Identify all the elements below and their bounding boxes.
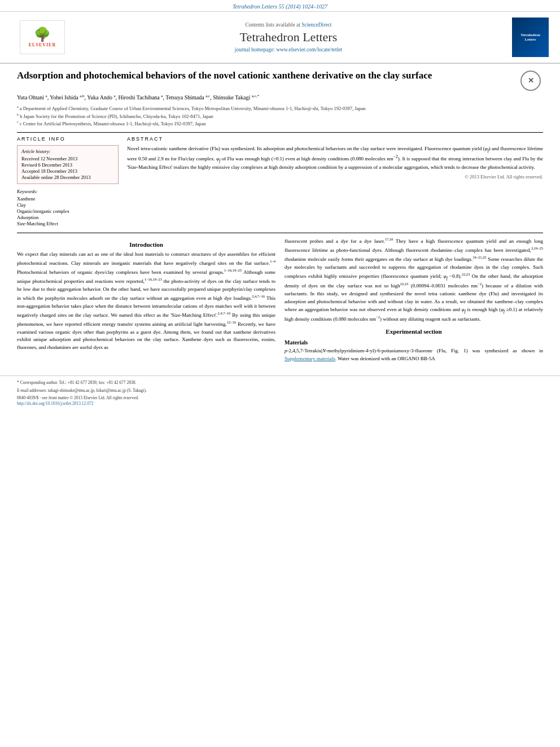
copyright-line: © 2013 Elsevier Ltd. All rights reserved… [127, 174, 543, 180]
keyword-1: Xanthene [17, 196, 119, 202]
page-footer: * Corresponding author. Tel.: +81 42 677… [0, 375, 560, 411]
materials-heading: Materials [285, 339, 543, 346]
science-direct-prefix: Contents lists available at [245, 22, 300, 28]
body-col-left: Introduction We expect that clay mineral… [17, 237, 275, 365]
abstract-col: ABSTRACT Novel tetra-cationic xanthene d… [127, 136, 543, 227]
crossmark[interactable]: ✕ [520, 71, 543, 93]
author-takagi: Shinsuke Takagi [213, 94, 250, 101]
online-date: Available online 28 December 2013 [21, 174, 114, 180]
top-bar: Tetrahedron Letters 55 (2014) 1024–1027 [0, 0, 560, 12]
authors-line: Yuta Ohtani a, Yohei Ishida a,b, Yuka An… [17, 93, 543, 102]
author-shimada: Tetsuya Shimada [165, 94, 204, 101]
abstract-text: Novel tetra-cationic xanthene derivative… [127, 145, 543, 172]
doi-link[interactable]: http://dx.doi.org/10.1016/j.tetlet.2013.… [17, 401, 93, 406]
received-date: Received 12 November 2013 [21, 156, 114, 161]
revised-date: Revised 6 December 2013 [21, 162, 114, 168]
keyword-3: Organic/inorganic complex [17, 208, 119, 214]
intro-heading: Introduction [17, 241, 275, 248]
footer-issn: 0040-4039/$ - see front matter © 2013 El… [17, 395, 139, 400]
affiliation-b: b b Japan Society for the Promotion of S… [17, 112, 543, 120]
abstract-header: ABSTRACT [127, 136, 543, 142]
journal-logo-area: TetrahedronLetters [504, 18, 549, 57]
crossmark-icon[interactable]: ✕ [520, 71, 541, 91]
journal-logo-title: TetrahedronLetters [520, 33, 540, 42]
footer-corresponding: * Corresponding author. Tel.: +81 42 677… [17, 379, 543, 386]
keyword-4: Adsorption [17, 215, 119, 220]
journal-homepage: journal homepage: www.elsevier.com/locat… [73, 47, 504, 53]
journal-title: Tetrahedron Letters [73, 30, 504, 45]
science-direct-link[interactable]: ScienceDirect [301, 22, 331, 28]
footer-email: E-mail addresses: takagi-shinsuke@tmu.ac… [17, 387, 543, 394]
divider-2 [17, 233, 543, 233]
author-ando: Yuka Ando [87, 94, 112, 101]
journal-header-center: Contents lists available at ScienceDirec… [73, 22, 504, 53]
article-history-box: Article history: Received 12 November 20… [17, 145, 119, 184]
elsevier-logo-area: 🌳 ELSEVIER [11, 20, 73, 54]
title-row: Adsorption and photochemical behaviors o… [17, 69, 543, 93]
footer-doi: http://dx.doi.org/10.1016/j.tetlet.2013.… [17, 400, 543, 407]
page-container: Tetrahedron Letters 55 (2014) 1024–1027 … [0, 0, 560, 747]
elsevier-label: ELSEVIER [29, 42, 56, 47]
keyword-2: Clay [17, 202, 119, 208]
intro-paragraph-2: fluorescent probes and a dye for a dye l… [285, 237, 543, 324]
author-ishida: Yohei Ishida [50, 94, 78, 101]
keywords-title: Keywords: [17, 189, 119, 194]
author-tachibana: Hiroshi Tachibana [119, 94, 160, 101]
materials-text: p-2,4,5,7-Tetrakis(N-methylpyridinium-4-… [285, 347, 543, 363]
article-info-abstract: ARTICLE INFO Article history: Received 1… [17, 136, 543, 227]
elsevier-logo-box: 🌳 ELSEVIER [20, 20, 65, 54]
body-two-col: Introduction We expect that clay mineral… [17, 237, 543, 365]
accepted-date: Accepted 18 December 2013 [21, 168, 114, 174]
intro-paragraph-1: We expect that clay minerals can act as … [17, 251, 275, 352]
affiliations: a a Department of Applied Chemistry, Gra… [17, 104, 543, 128]
divider-1 [17, 132, 543, 133]
affiliation-c: c c Center for Artificial Photosynthesis… [17, 120, 543, 128]
footer-bottom: 0040-4039/$ - see front matter © 2013 El… [17, 395, 543, 400]
elsevier-tree-icon: 🌳 [34, 28, 51, 41]
journal-logo-box: TetrahedronLetters [512, 18, 549, 57]
keyword-5: Size-Matching Effect [17, 221, 119, 226]
history-title: Article history: [21, 148, 114, 154]
affiliation-a: a a Department of Applied Chemistry, Gra… [17, 104, 543, 112]
keywords-section: Keywords: Xanthene Clay Organic/inorgani… [17, 189, 119, 226]
supplementary-link[interactable]: Supplementary materials [285, 356, 335, 361]
science-direct-line: Contents lists available at ScienceDirec… [73, 22, 504, 28]
article-info-col: ARTICLE INFO Article history: Received 1… [17, 136, 119, 227]
body-col-right: fluorescent probes and a dye for a dye l… [285, 237, 543, 365]
article-content: Adsorption and photochemical behaviors o… [0, 64, 560, 371]
experimental-heading: Experimental section [285, 328, 543, 335]
journal-citation: Tetrahedron Letters 55 (2014) 1024–1027 [233, 3, 327, 10]
journal-header: 🌳 ELSEVIER Contents lists available at S… [0, 12, 560, 64]
homepage-link[interactable]: journal homepage: www.elsevier.com/locat… [235, 47, 342, 53]
author-ohtani: Yuta Ohtani [17, 94, 44, 101]
article-info-header: ARTICLE INFO [17, 136, 119, 142]
article-title: Adsorption and photochemical behaviors o… [17, 69, 432, 84]
